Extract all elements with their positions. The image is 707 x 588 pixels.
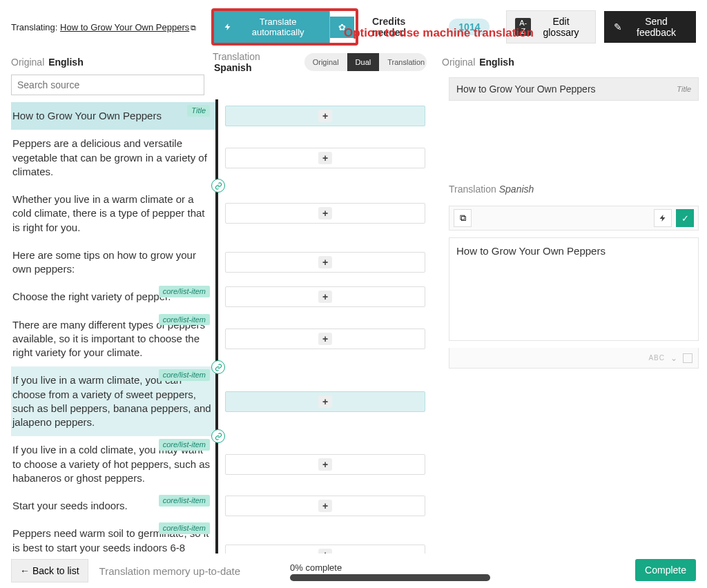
translation-textarea[interactable]: How to Grow Your Own Peppers xyxy=(449,237,699,341)
segment-text: If you live in a warm climate, you can c… xyxy=(12,374,211,428)
translate-automatically-button[interactable]: Translate automatically xyxy=(214,11,330,43)
view-mode-toggle: Original Dual Translation xyxy=(304,53,427,71)
segment-type-badge: core/list-item xyxy=(159,369,210,381)
translation-column-label: Translation xyxy=(213,51,260,62)
view-mode-original[interactable]: Original xyxy=(304,53,347,71)
segment-row[interactable]: There are many different types of pepper… xyxy=(11,311,434,367)
original-column-label: Original xyxy=(11,57,44,68)
segment-translation-placeholder[interactable]: + xyxy=(225,252,425,273)
segment-row[interactable]: Choose the right variety of pepper.core/… xyxy=(11,283,434,311)
segment-link-icon[interactable] xyxy=(211,360,225,374)
segment-source: If you live in a warm climate, you can c… xyxy=(11,366,215,436)
segment-text: Here are some tips on how to grow your o… xyxy=(12,249,196,275)
segment-row[interactable]: If you live in a cold climate, you may w… xyxy=(11,436,434,492)
segment-text: Start your seeds indoors. xyxy=(12,500,128,511)
segment-source: If you live in a cold climate, you may w… xyxy=(11,436,215,492)
screenshot-annotation: Option to use machine translation xyxy=(344,26,534,40)
main-content: How to Grow Your Own PeppersTitle+Pepper… xyxy=(0,75,707,566)
segment-row[interactable]: Start your seeds indoors.core/list-item+ xyxy=(11,492,434,520)
segment-text: Choose the right variety of pepper. xyxy=(12,291,171,302)
progress-bar xyxy=(290,574,490,581)
plus-icon: + xyxy=(318,110,332,122)
segment-source: How to Grow Your Own PeppersTitle xyxy=(11,102,215,130)
view-mode-translation[interactable]: Translation xyxy=(379,53,427,71)
bolt-icon xyxy=(224,22,232,32)
segment-source: Start your seeds indoors.core/list-item xyxy=(11,492,215,520)
segment-source: Whether you live in a warm climate or a … xyxy=(11,186,215,242)
spellcheck-icon[interactable]: ABC xyxy=(648,354,665,362)
detail-translation-header: Translation Spanish xyxy=(449,184,699,195)
segment-translation-placeholder[interactable]: + xyxy=(225,454,425,475)
segment-source: Peppers are a delicious and versatile ve… xyxy=(11,130,215,186)
plus-icon: + xyxy=(318,500,332,512)
detail-panel: How to Grow Your Own Peppers Title Trans… xyxy=(434,75,699,566)
column-divider xyxy=(215,99,218,560)
plus-icon: + xyxy=(318,291,332,303)
check-icon: ✓ xyxy=(681,213,689,224)
progress-indicator: 0% complete xyxy=(290,562,490,581)
segment-translation-placeholder[interactable]: + xyxy=(225,391,425,412)
detail-original-label: Original xyxy=(442,57,475,68)
segment-source: Choose the right variety of pepper.core/… xyxy=(11,283,215,311)
back-to-list-button[interactable]: ← Back to list xyxy=(11,559,88,582)
segment-row[interactable]: Here are some tips on how to grow your o… xyxy=(11,242,434,284)
segment-translation-placeholder[interactable]: + xyxy=(225,286,425,307)
pencil-icon: ✎ xyxy=(614,21,622,32)
segment-type-badge: core/list-item xyxy=(159,286,210,297)
segment-translation-placeholder[interactable]: + xyxy=(225,148,425,168)
segment-list: How to Grow Your Own PeppersTitle+Pepper… xyxy=(11,102,434,563)
machine-translate-button[interactable] xyxy=(654,209,672,227)
bottom-bar: ← Back to list Translation memory up-to-… xyxy=(0,553,707,588)
plus-icon: + xyxy=(318,333,332,345)
segment-type-badge: core/list-item xyxy=(159,314,210,326)
segment-link-icon[interactable] xyxy=(211,179,225,193)
external-link-icon: ⧉ xyxy=(191,23,196,32)
chevron-down-icon[interactable]: ⌄ xyxy=(670,353,677,363)
translation-toolbar: ⧉ ✓ xyxy=(449,206,699,231)
detail-original-lang: English xyxy=(479,57,514,68)
view-mode-dual[interactable]: Dual xyxy=(347,53,380,71)
segment-translation-placeholder[interactable]: + xyxy=(225,329,425,349)
segment-row[interactable]: If you live in a warm climate, you can c… xyxy=(11,366,434,436)
original-language: English xyxy=(48,57,84,68)
plus-icon: + xyxy=(318,152,332,164)
copy-icon: ⧉ xyxy=(460,213,466,224)
translating-label: Translating: How to Grow Your Own Pepper… xyxy=(11,22,196,32)
segment-row[interactable]: Whether you live in a warm climate or a … xyxy=(11,186,434,242)
progress-label: 0% complete xyxy=(290,562,490,573)
plus-icon: + xyxy=(318,458,332,471)
segment-source: There are many different types of pepper… xyxy=(11,311,215,367)
segment-translation-placeholder[interactable]: + xyxy=(225,496,425,516)
segment-text: Whether you live in a warm climate or a … xyxy=(12,193,205,233)
confirm-translation-button[interactable]: ✓ xyxy=(676,209,694,227)
plus-icon: + xyxy=(318,207,332,219)
segment-type-badge: core/list-item xyxy=(159,495,210,507)
translate-automatically-highlight: Translate automatically ✿ xyxy=(211,8,358,46)
detail-original-text-box: How to Grow Your Own Peppers Title xyxy=(449,77,699,101)
segment-translation-placeholder[interactable]: + xyxy=(225,106,425,126)
segment-type-badge: core/list-item xyxy=(159,439,210,451)
column-headers: Original English Translation Spanish Ori… xyxy=(0,54,707,75)
complete-button[interactable]: Complete xyxy=(635,559,696,581)
send-feedback-button[interactable]: ✎ Send feedback xyxy=(604,11,696,43)
search-input[interactable] xyxy=(11,75,204,95)
segment-link-icon[interactable] xyxy=(211,429,225,443)
segment-type-badge: Title xyxy=(187,105,210,117)
translation-memory-status: Translation memory up-to-date xyxy=(99,565,241,577)
copy-source-button[interactable]: ⧉ xyxy=(454,209,472,227)
plus-icon: + xyxy=(318,395,332,408)
segment-text: Peppers are a delicious and versatile ve… xyxy=(12,137,207,177)
document-title-link[interactable]: How to Grow Your Own Peppers xyxy=(60,22,189,32)
translation-language: Spanish xyxy=(214,62,251,73)
segment-type-badge: core/list-item xyxy=(159,522,210,534)
segment-row[interactable]: How to Grow Your Own PeppersTitle+ xyxy=(11,102,434,130)
detail-original-text: How to Grow Your Own Peppers xyxy=(456,84,596,95)
segment-text: How to Grow Your Own Peppers xyxy=(12,110,162,121)
segment-source: Here are some tips on how to grow your o… xyxy=(11,242,215,284)
expand-icon[interactable] xyxy=(683,353,693,363)
segment-row[interactable]: Peppers are a delicious and versatile ve… xyxy=(11,130,434,186)
translation-footer: ABC ⌄ xyxy=(449,348,699,369)
bolt-icon xyxy=(659,213,667,223)
segment-translation-placeholder[interactable]: + xyxy=(225,203,425,224)
plus-icon: + xyxy=(318,256,332,268)
